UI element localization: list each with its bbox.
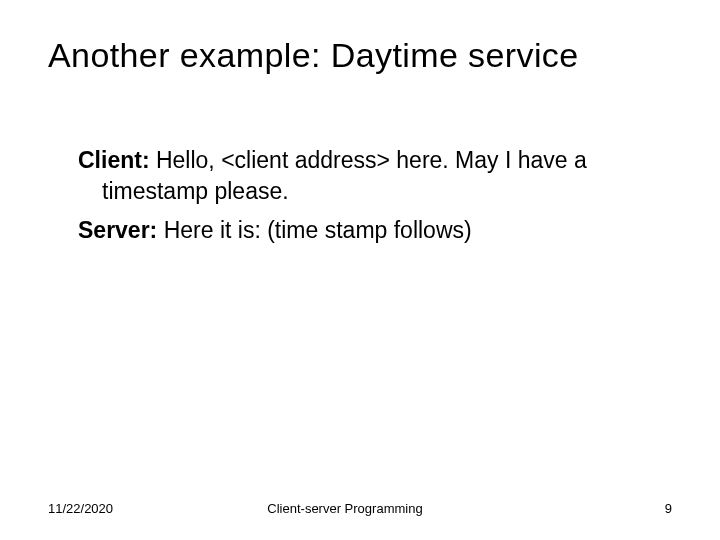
footer-center: Client-server Programming	[18, 501, 672, 516]
slide-body: Client: Hello, <client address> here. Ma…	[48, 145, 672, 254]
slide-footer: 11/22/2020 Client-server Programming 9	[48, 501, 672, 516]
client-text-line1: Hello, <client address> here. May I have…	[150, 147, 587, 173]
client-label: Client:	[78, 147, 150, 173]
client-paragraph: Client: Hello, <client address> here. Ma…	[78, 145, 638, 207]
server-text: Here it is: (time stamp follows)	[157, 217, 471, 243]
slide-title: Another example: Daytime service	[48, 36, 672, 75]
slide: Another example: Daytime service Client:…	[0, 0, 720, 540]
client-text-line2: timestamp please.	[78, 176, 638, 207]
server-paragraph: Server: Here it is: (time stamp follows)	[78, 215, 638, 246]
server-label: Server:	[78, 217, 157, 243]
